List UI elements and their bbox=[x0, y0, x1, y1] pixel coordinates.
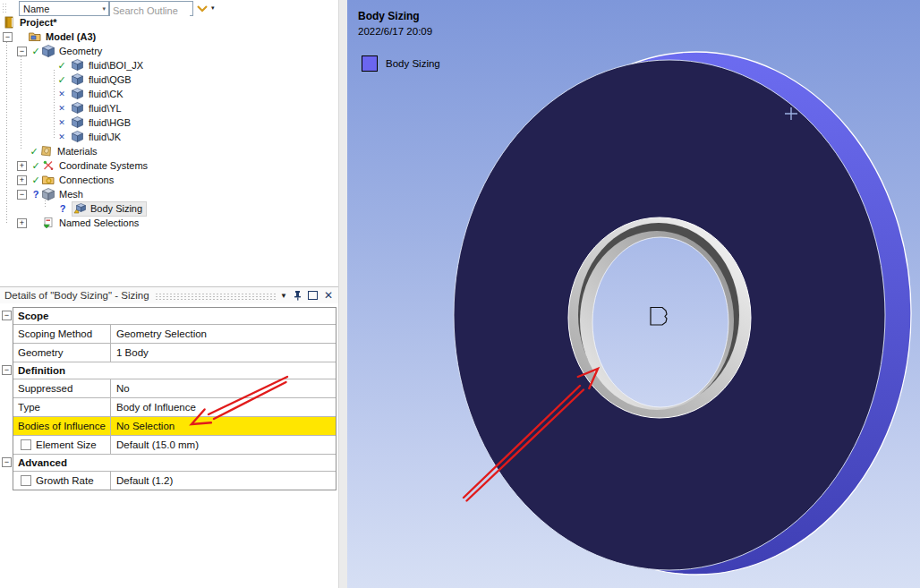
details-dropdown-icon[interactable]: ▼ bbox=[280, 292, 287, 300]
tree-item-mesh[interactable]: − ? Mesh bbox=[0, 187, 338, 201]
property-name: Growth Rate bbox=[13, 472, 111, 490]
tree-item-label: fluid\HGB bbox=[89, 117, 131, 128]
tree-expander[interactable]: − bbox=[17, 47, 27, 56]
connections-icon bbox=[42, 174, 55, 186]
tree-item-fluid-qgb[interactable]: ✓ fluid\QGB bbox=[0, 72, 338, 87]
property-value[interactable]: Default (1.2) bbox=[111, 475, 336, 486]
disc-body[interactable] bbox=[454, 52, 911, 575]
tree-item-label: Materials bbox=[57, 146, 98, 157]
property-value[interactable]: No bbox=[111, 383, 336, 394]
tree-expander[interactable]: + bbox=[17, 175, 27, 185]
property-row-scoping-method: Scoping Method Geometry Selection bbox=[13, 325, 336, 344]
details-table: Scope Scoping Method Geometry Selection … bbox=[13, 307, 336, 490]
project-icon bbox=[3, 16, 15, 29]
status-cross-icon: ✕ bbox=[56, 104, 67, 113]
viewport-legend: Body Sizing bbox=[362, 55, 440, 72]
tree-item-label: Named Selections bbox=[59, 217, 139, 228]
property-row-type: Type Body of Influence bbox=[13, 398, 336, 417]
status-question-icon: ? bbox=[57, 203, 68, 214]
maximize-icon[interactable] bbox=[308, 291, 318, 300]
tree-item-project[interactable]: Project* bbox=[0, 15, 338, 30]
tree-item-label: fluid\CK bbox=[89, 89, 124, 99]
status-cross-icon: ✕ bbox=[56, 89, 67, 98]
tree-item-body-sizing[interactable]: ? Body Sizing bbox=[0, 201, 338, 216]
section-row-advanced[interactable]: Advanced bbox=[13, 455, 336, 472]
viewport-annotation-title: Body Sizing bbox=[358, 10, 420, 22]
property-value[interactable]: Default (15.0 mm) bbox=[111, 439, 336, 450]
tree-item-label: Geometry bbox=[59, 46, 102, 56]
model-scene[interactable] bbox=[347, 0, 920, 588]
property-name: Geometry bbox=[13, 344, 111, 362]
tree-item-label: Coordinate Systems bbox=[59, 160, 148, 171]
tree-item-model[interactable]: − Model (A3) bbox=[0, 30, 338, 44]
gold-chevron-icon[interactable] bbox=[196, 4, 209, 13]
tree-item-label: fluid\JK bbox=[89, 132, 121, 142]
tree-item-geometry[interactable]: − ✓ Geometry bbox=[0, 44, 338, 58]
tree-item-label: Connections bbox=[59, 175, 114, 185]
solid-body-icon bbox=[72, 73, 84, 86]
section-label: Advanced bbox=[18, 457, 67, 468]
solid-body-icon bbox=[72, 131, 84, 143]
status-check-icon: ✓ bbox=[56, 74, 67, 86]
section-row-scope[interactable]: Scope bbox=[13, 308, 336, 325]
property-name-label: Growth Rate bbox=[36, 475, 94, 486]
section-label: Definition bbox=[18, 365, 65, 376]
selected-row-highlight: Body Sizing bbox=[72, 201, 147, 217]
tree-item-connections[interactable]: + ✓ Connections bbox=[0, 173, 338, 187]
close-icon[interactable]: ✕ bbox=[324, 291, 333, 300]
tree-item-fluid-ck[interactable]: ✕ fluid\CK bbox=[0, 87, 338, 101]
tree-item-coordinate-systems[interactable]: + ✓ Coordinate Systems bbox=[0, 158, 338, 173]
tree-expander[interactable]: + bbox=[17, 218, 27, 228]
solid-body-icon bbox=[72, 116, 84, 129]
checkbox[interactable] bbox=[21, 439, 31, 450]
details-title: Details of "Body Sizing" - Sizing bbox=[4, 290, 149, 301]
name-filter-value: Name bbox=[20, 4, 102, 14]
tree-item-label: fluid\QGB bbox=[89, 74, 132, 85]
search-options-caret-icon[interactable]: ▾ bbox=[211, 4, 215, 12]
toolbar-grip-icon bbox=[2, 3, 7, 14]
property-value[interactable]: Body of Influence bbox=[111, 402, 336, 413]
geometry-icon bbox=[42, 45, 55, 57]
property-value[interactable]: Geometry Selection bbox=[111, 328, 336, 339]
property-value[interactable]: 1 Body bbox=[111, 347, 336, 358]
legend-label: Body Sizing bbox=[386, 58, 440, 69]
status-check-icon: ✓ bbox=[29, 146, 39, 158]
status-question-icon: ? bbox=[30, 189, 41, 200]
materials-icon bbox=[40, 145, 53, 158]
tree-item-fluid-yl[interactable]: ✕ fluid\YL bbox=[0, 101, 338, 115]
section-row-definition[interactable]: Definition bbox=[13, 362, 336, 379]
tree-item-named-selections[interactable]: + Named Selections bbox=[0, 216, 338, 230]
property-value[interactable]: No Selection bbox=[111, 421, 336, 431]
pin-icon[interactable] bbox=[294, 290, 302, 301]
details-panel: Details of "Body Sizing" - Sizing ▼ ✕ − … bbox=[0, 286, 338, 588]
section-label: Scope bbox=[18, 311, 49, 321]
tree-expander[interactable]: − bbox=[3, 32, 13, 42]
tree-item-materials[interactable]: ✓ Materials bbox=[0, 144, 338, 158]
ansys-mechanical-window: Name ▾ ▾ Project* − bbox=[0, 0, 920, 588]
tree-item-fluid-jk[interactable]: ✕ fluid\JK bbox=[0, 130, 338, 144]
legend-swatch bbox=[362, 55, 378, 72]
section-collapse-box[interactable]: − bbox=[2, 457, 12, 467]
status-check-icon: ✓ bbox=[30, 175, 41, 186]
model-icon bbox=[29, 30, 41, 43]
tree-item-fluid-hgb[interactable]: ✕ fluid\HGB bbox=[0, 115, 338, 130]
chevron-down-icon: ▾ bbox=[102, 5, 108, 13]
viewport-timestamp: 2022/6/17 20:09 bbox=[358, 26, 432, 37]
name-filter-dropdown[interactable]: Name ▾ bbox=[19, 1, 109, 16]
property-name: Element Size bbox=[13, 436, 111, 454]
section-collapse-box[interactable]: − bbox=[2, 311, 12, 320]
tree-item-label: Model (A3) bbox=[46, 31, 96, 42]
tree-item-fluid-boi-jx[interactable]: ✓ fluid\BOI_JX bbox=[0, 58, 338, 72]
checkbox[interactable] bbox=[21, 475, 31, 486]
property-name: Bodies of Influence bbox=[13, 417, 111, 435]
tree-expander[interactable]: − bbox=[17, 190, 27, 200]
property-row-bodies-of-influence: Bodies of Influence No Selection bbox=[13, 417, 336, 436]
tree-expander[interactable]: + bbox=[17, 161, 27, 171]
search-outline-box[interactable] bbox=[109, 1, 193, 16]
solid-body-icon bbox=[72, 88, 84, 100]
graphics-viewport[interactable]: Body Sizing 2022/6/17 20:09 Body Sizing bbox=[347, 0, 920, 588]
property-row-suppressed: Suppressed No bbox=[13, 379, 336, 398]
section-collapse-box[interactable]: − bbox=[2, 365, 12, 375]
through-hole bbox=[592, 237, 728, 407]
tree-item-label: fluid\YL bbox=[89, 103, 122, 114]
